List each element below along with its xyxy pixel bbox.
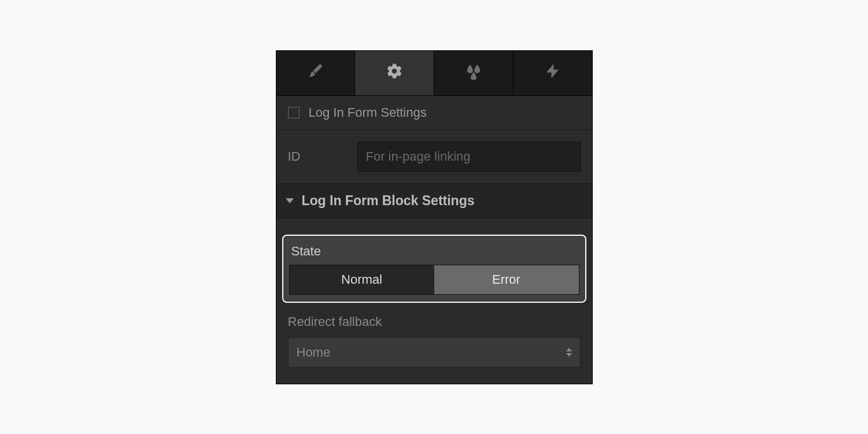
select-caret-icon [566,348,572,357]
brush-icon [306,62,324,83]
id-label: ID [288,149,346,164]
panel-tabs [276,51,592,96]
caret-down-icon [286,198,294,203]
settings-panel: Log In Form Settings ID Log In Form Bloc… [276,50,593,384]
state-segmented-control: Normal Error [289,265,579,295]
state-option-error[interactable]: Error [434,265,579,294]
redirect-fallback-value: Home [297,345,331,360]
id-row: ID [276,130,592,184]
block-settings-title: Log In Form Block Settings [302,193,475,209]
gear-icon [386,62,403,83]
id-input[interactable] [357,142,581,172]
form-settings-checkbox[interactable] [288,107,300,118]
block-settings-header[interactable]: Log In Form Block Settings [276,184,592,218]
form-settings-label: Log In Form Settings [309,105,427,120]
tab-settings[interactable] [355,51,434,95]
bolt-icon [544,62,562,83]
state-block: State Normal Error [282,235,586,303]
tab-style[interactable] [276,51,356,95]
redirect-fallback-select[interactable]: Home [288,337,581,368]
form-settings-row: Log In Form Settings [276,96,592,130]
state-option-normal[interactable]: Normal [290,265,434,294]
redirect-fallback-label: Redirect fallback [288,314,581,329]
tab-effects[interactable] [434,51,514,95]
tab-interactions[interactable] [514,51,592,95]
state-label: State [291,244,579,259]
redirect-fallback-block: Redirect fallback Home [276,314,592,384]
droplets-icon [465,62,482,83]
